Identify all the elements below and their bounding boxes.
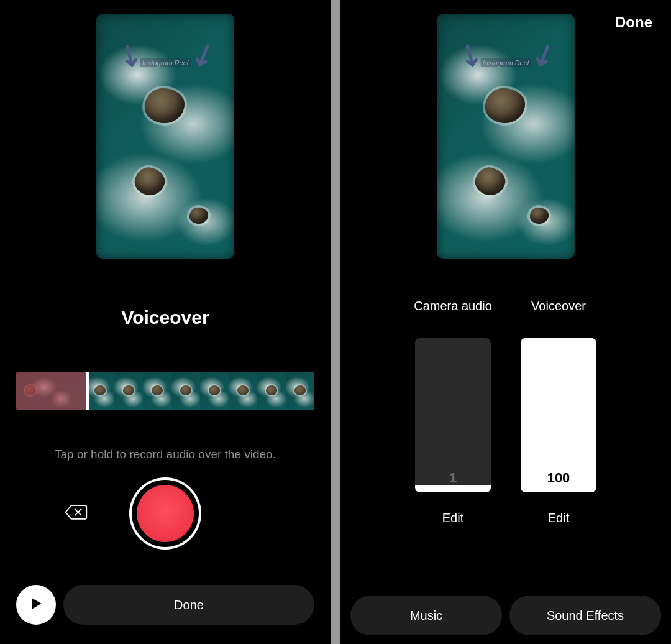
voiceover-title: Voiceover (121, 307, 209, 328)
music-button[interactable]: Music (350, 596, 502, 635)
voiceover-done-button[interactable]: Done (63, 585, 314, 625)
voiceover-audio-edit-button[interactable]: Edit (548, 511, 569, 525)
record-hint: Tap or hold to record audio over the vid… (55, 448, 276, 461)
done-button-label: Done (174, 598, 204, 612)
sound-effects-button-label: Sound Effects (547, 609, 624, 623)
timeline-recorded-segment (16, 372, 86, 410)
timeline[interactable] (16, 372, 314, 410)
camera-audio-value: 1 (415, 470, 491, 486)
video-preview[interactable]: Instagram Reel (96, 14, 234, 259)
camera-audio-column: Camera audio 1 Edit (413, 298, 493, 525)
backspace-x-icon (63, 500, 88, 527)
record-button[interactable] (129, 477, 201, 550)
timeline-unrecorded-segment (86, 372, 314, 410)
record-icon (137, 485, 194, 542)
timeline-playhead[interactable] (86, 372, 89, 410)
video-preview[interactable]: Instagram Reel (437, 14, 575, 259)
camera-audio-label: Camera audio (414, 298, 492, 331)
voiceover-audio-column: Voiceover 100 Edit (518, 298, 599, 525)
done-link[interactable]: Done (615, 14, 652, 31)
divider-line (16, 576, 314, 576)
voiceover-audio-label: Voiceover (531, 298, 586, 331)
music-button-label: Music (410, 609, 442, 623)
sound-effects-button[interactable]: Sound Effects (509, 596, 661, 635)
play-icon (28, 596, 44, 614)
play-button[interactable] (16, 585, 56, 625)
camera-audio-edit-button[interactable]: Edit (442, 511, 463, 525)
audio-mix-panel: Done Instagram Reel Camera audio 1 Edit … (340, 0, 671, 644)
delete-recording-button[interactable] (62, 500, 89, 527)
panel-divider (331, 0, 340, 644)
voiceover-audio-slider[interactable]: 100 (521, 338, 596, 492)
camera-audio-slider[interactable]: 1 (415, 338, 491, 492)
voiceover-panel: Instagram Reel Voiceover Tap or hold to … (0, 0, 331, 644)
voiceover-audio-value: 100 (521, 470, 596, 486)
